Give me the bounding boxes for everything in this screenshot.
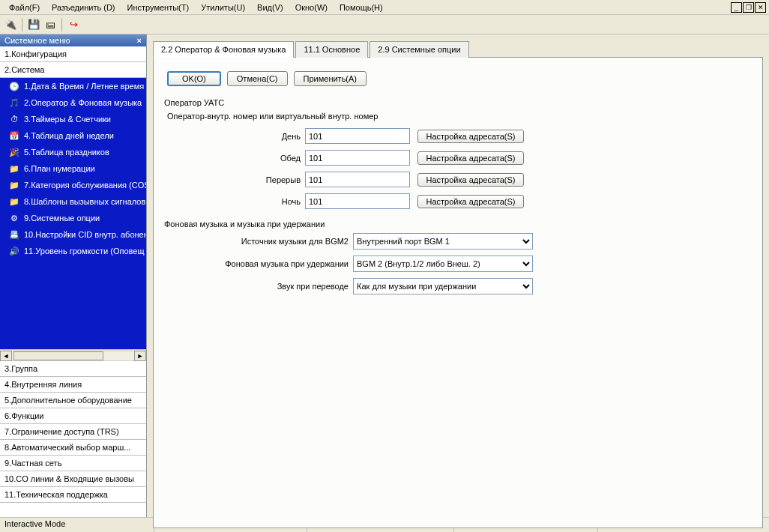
group-bgm-title: Фоновая музыка и музыка при удержании [164,220,752,229]
label-night: Ночь [164,197,305,206]
content-area: 2.2 Оператор & Фоновая музыка 11.1 Основ… [147,34,769,517]
operator-icon: 🎵 [9,97,19,108]
sub-operator[interactable]: 🎵2.Оператор & Фоновая музыка [0,94,146,111]
menu-file[interactable]: Файл(F) [3,1,46,13]
select-transfer[interactable]: Как для музыки при удержании [353,278,533,294]
select-bgm2src[interactable]: Внутренний порт BGM 1 [353,233,533,250]
speaker-icon: 🔊 [9,246,19,256]
tab-operator[interactable]: 2.2 Оператор & Фоновая музыка [153,41,294,58]
tree-system[interactable]: 2.Система [0,62,146,78]
dest-lunch-button[interactable]: Настройка адресата(S) [417,151,524,165]
label-day: День [164,132,305,141]
input-break[interactable] [305,172,410,187]
sub-timers[interactable]: ⏱3.Таймеры & Счетчики [0,111,146,127]
close-icon[interactable]: ✕ [755,2,766,13]
tree-system-children: 🕒1.Дата & Время / Летнее время 🎵2.Операт… [0,78,146,349]
plug-icon[interactable]: 🔌 [3,17,18,32]
tabs: 2.2 Оператор & Фоновая музыка 11.1 Основ… [153,40,763,58]
minimize-icon[interactable]: _ [731,2,742,13]
sidebar-close-icon[interactable]: × [137,36,142,45]
group-operator: Оператор УАТС Оператор-внутр. номер или … [164,98,752,209]
exit-icon[interactable]: ↪ [66,17,81,32]
sub-cid[interactable]: 📇10.Настройки CID внутр. абонен [0,226,146,243]
sub-datetime[interactable]: 🕒1.Дата & Время / Летнее время [0,78,146,94]
cancel-button[interactable]: Отмена(C) [227,71,288,86]
input-lunch[interactable] [305,150,410,166]
dest-night-button[interactable]: Настройка адресата(S) [417,195,524,208]
group-bgm: Фоновая музыка и музыка при удержании Ис… [164,220,752,294]
scroll-thumb[interactable] [13,351,103,360]
dest-break-button[interactable]: Настройка адресата(S) [417,173,524,187]
tree-functions[interactable]: 6.Функции [0,408,146,424]
tab-sysopts[interactable]: 2.9 Системные опции [370,41,468,58]
menu-help[interactable]: Помощь(H) [334,1,389,13]
sidebar: Системное меню × 1.Конфигурация 2.Систем… [0,34,147,517]
tree-private[interactable]: 9.Частная сеть [0,456,146,471]
sidebar-title: Системное меню × [0,34,146,46]
tree-group[interactable]: 3.Группа [0,361,146,377]
folder-icon: 📁 [9,196,19,207]
label-bgm2src: Источник музыки для BGM2 [164,237,353,246]
sub-numbering[interactable]: 📁6.План нумерации [0,160,146,177]
menu-tools[interactable]: Инструменты(T) [121,1,196,13]
tree-trs[interactable]: 7.Ограничение доступа (TRS) [0,424,146,440]
label-hold: Фоновая музыка при удержании [164,259,353,268]
folder-icon: 📁 [9,163,19,174]
input-night[interactable] [305,193,410,209]
menu-disconnect[interactable]: Разъединить (D) [46,1,121,13]
label-transfer: Звук при переводе [164,282,353,291]
tab-main[interactable]: 11.1 Основное [295,41,368,58]
gear-icon: ⚙ [9,213,19,223]
status-mode: Interactive Mode [0,518,154,532]
group-operator-title: Оператор УАТС [164,98,752,107]
holiday-icon: 🎉 [9,147,19,157]
menu-utilities[interactable]: Утилиты(U) [195,1,251,13]
menu-window[interactable]: Окно(W) [289,1,334,13]
disk-icon[interactable]: 💾 [26,17,41,32]
tree-optional[interactable]: 5.Дополнительное оборудование [0,393,146,408]
sub-sysopts[interactable]: ⚙9.Системные опции [0,210,146,226]
sub-weekdays[interactable]: 📅4.Таблица дней недели [0,127,146,144]
tab-body: OK(O) Отмена(C) Применить(A) Оператор УА… [153,58,763,528]
folder-icon: 📁 [9,180,19,190]
sub-holidays[interactable]: 🎉5.Таблица праздников [0,144,146,160]
scroll-right-icon[interactable]: ► [134,351,146,361]
clock-icon: 🕒 [9,81,19,91]
sidebar-hscroll[interactable]: ◄ ► [0,349,146,361]
ok-button[interactable]: OK(O) [167,71,221,86]
menubar: Файл(F) Разъединить (D) Инструменты(T) У… [0,0,769,15]
id-icon: 📇 [9,229,19,240]
tree-ars[interactable]: 8.Автоматический выбор марш... [0,440,146,456]
select-hold[interactable]: BGM 2 (Внутр.1/2 либо Внеш. 2) [353,256,533,272]
calendar-icon: 📅 [9,130,19,141]
sub-cos[interactable]: 📁7.Категория обслуживания (COS [0,177,146,193]
label-break: Перерыв [164,175,305,184]
tree-maint[interactable]: 11.Техническая поддержка [0,487,146,503]
timer-icon: ⏱ [9,114,19,124]
drive-icon[interactable]: 🖴 [43,17,58,32]
maximize-icon[interactable]: ❐ [743,2,754,13]
apply-button[interactable]: Применить(A) [294,71,367,86]
toolbar: 🔌 💾 🖴 ↪ [0,15,769,34]
group-operator-subtitle: Оператор-внутр. номер или виртуальный вн… [167,112,752,121]
sub-ring[interactable]: 📁8.Шаблоны вызывных сигналов [0,193,146,210]
dest-day-button[interactable]: Настройка адресата(S) [417,130,524,143]
scroll-left-icon[interactable]: ◄ [0,351,12,361]
tree-extension[interactable]: 4.Внутренняя линия [0,377,146,393]
label-lunch: Обед [164,154,305,163]
tree-co[interactable]: 10.CO линии & Входящие вызовы [0,471,146,487]
input-day[interactable] [305,128,410,144]
menu-view[interactable]: Вид(V) [251,1,289,13]
sub-volume[interactable]: 🔊11.Уровень громкости (Оповещ [0,243,146,259]
sidebar-title-label: Системное меню [4,36,70,45]
tree-config[interactable]: 1.Конфигурация [0,46,146,62]
